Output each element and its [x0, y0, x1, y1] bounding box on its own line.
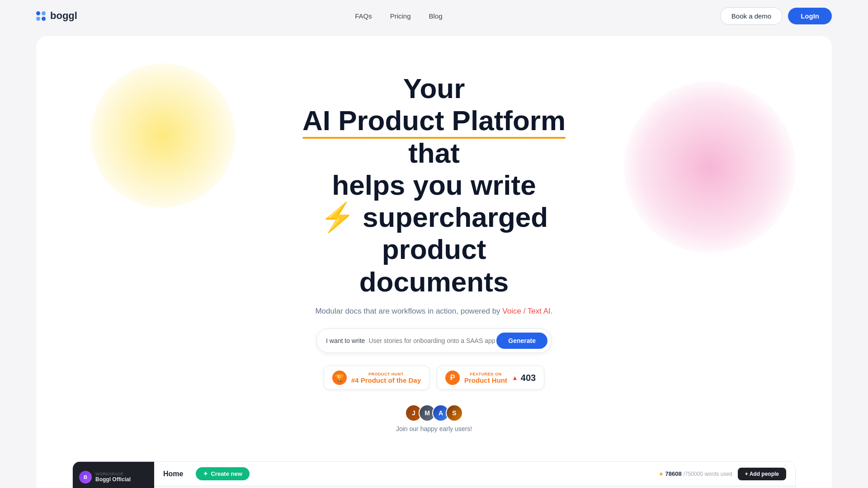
main-card: Your AI Product Platform that helps you …: [36, 36, 832, 488]
sidebar-workspace: B WORKSPACE Boggl Official: [73, 467, 154, 488]
navbar: boggl FAQs Pricing Blog Book a demo LogI…: [0, 0, 868, 32]
generate-button[interactable]: Generate: [496, 333, 547, 349]
words-used: ★ 78608 /750000 words used: [659, 470, 732, 477]
workspace-avatar: B: [79, 471, 92, 483]
avatar-group: J M A S: [405, 404, 463, 422]
search-bar: I want to write Generate: [316, 328, 552, 353]
users-row: J M A S Join our happy early users!: [36, 404, 832, 432]
words-total: /750000 words used: [684, 471, 732, 477]
add-people-button[interactable]: + Add people: [738, 468, 786, 480]
logo: boggl: [36, 10, 77, 22]
hero-subtitle: Modular docs that are workflows in actio…: [36, 307, 832, 316]
app-sidebar: B WORKSPACE Boggl Official PRODUCT ••• +…: [73, 462, 154, 488]
app-content: 🔥 14 My Documents 📅 15 All Documents: [154, 486, 795, 488]
nav-pricing[interactable]: Pricing: [390, 12, 411, 20]
search-label: I want to write: [326, 337, 365, 344]
dot3: [36, 17, 40, 21]
dot1: [36, 11, 40, 15]
app-topbar: Home ✦ Create new ★ 78608 /750000 words …: [154, 462, 795, 486]
hero-section: Your AI Product Platform that helps you …: [36, 36, 832, 450]
sparkle-icon: ✦: [203, 470, 208, 477]
nav-links: FAQs Pricing Blog: [355, 12, 442, 20]
app-main: Home ✦ Create new ★ 78608 /750000 words …: [154, 462, 795, 488]
ph-icon-2: P: [445, 371, 460, 385]
logo-text: boggl: [50, 10, 77, 22]
star-icon: ★: [659, 471, 664, 477]
lightning-icon: ⚡: [320, 202, 355, 233]
workspace-label: WORKSPACE: [95, 472, 131, 476]
badge2-value: Product Hunt: [464, 376, 507, 384]
dot4: [42, 17, 46, 21]
hero-subtitle-highlight: Voice / Text AI.: [502, 307, 552, 315]
hero-title: Your AI Product Platform that helps you …: [276, 72, 592, 298]
badge1-label: PRODUCT HUNT: [351, 372, 421, 376]
app-screenshot: B WORKSPACE Boggl Official PRODUCT ••• +…: [72, 461, 796, 488]
product-hunt-badge-2: P FEATURED ON Product Hunt ▲ 403: [437, 366, 544, 390]
badge2-right: ▲ 403: [512, 373, 536, 383]
workspace-info: WORKSPACE Boggl Official: [95, 472, 131, 483]
book-demo-button[interactable]: Book a demo: [720, 7, 783, 25]
login-button[interactable]: LogIn: [788, 8, 832, 24]
logo-icon: [36, 11, 46, 21]
dot2: [42, 11, 46, 15]
badge2-count: 403: [521, 373, 536, 383]
app-home-label: Home: [163, 470, 183, 478]
badge-row: 🏆 PRODUCT HUNT #4 Product of the Day P F…: [36, 366, 832, 390]
hero-title-underlined: AI Product Platform: [302, 104, 566, 136]
avatar-4: S: [446, 404, 463, 422]
workspace-name: Boggl Official: [95, 476, 131, 483]
topbar-left: Home ✦ Create new: [163, 467, 250, 480]
nav-faqs[interactable]: FAQs: [355, 12, 372, 20]
badge1-value: #4 Product of the Day: [351, 376, 421, 384]
badge-content-1: PRODUCT HUNT #4 Product of the Day: [351, 372, 421, 384]
topbar-right: ★ 78608 /750000 words used + Add people: [659, 468, 786, 480]
nav-blog[interactable]: Blog: [429, 12, 443, 20]
search-input[interactable]: [368, 335, 496, 346]
words-count: 78608: [665, 470, 682, 477]
ph-icon: 🏆: [332, 371, 347, 385]
upvote-icon: ▲: [512, 374, 518, 381]
users-text: Join our happy early users!: [396, 425, 472, 432]
create-new-button[interactable]: ✦ Create new: [196, 467, 249, 480]
badge-content-2: FEATURED ON Product Hunt: [464, 372, 507, 384]
badge2-label: FEATURED ON: [464, 372, 507, 376]
nav-actions: Book a demo LogIn: [720, 7, 832, 25]
product-hunt-badge-1: 🏆 PRODUCT HUNT #4 Product of the Day: [324, 366, 429, 390]
